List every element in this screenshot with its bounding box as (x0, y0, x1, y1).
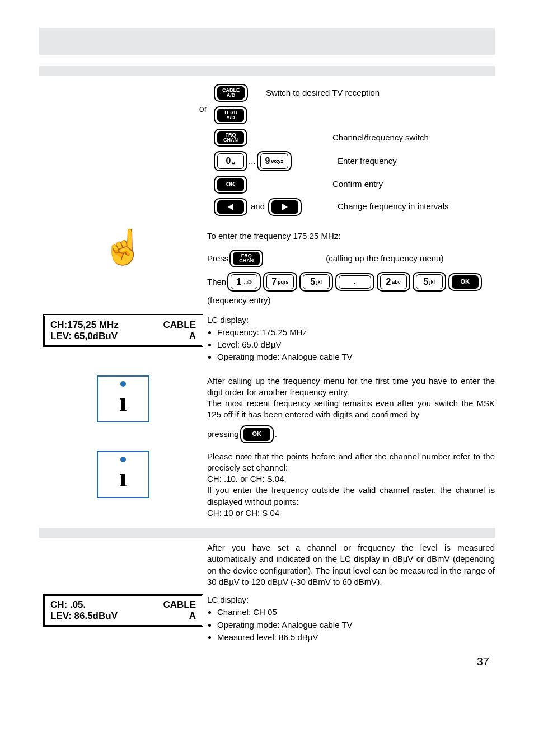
cable-ad-key: CABLE A/D (214, 84, 248, 102)
five-key-b: 5jkl (413, 272, 446, 292)
example-intro: To enter the frequency 175.25 MHz: (207, 231, 495, 242)
change-intervals-text: Change frequency in intervals (338, 201, 448, 212)
period: . (275, 429, 277, 440)
or-text: or (199, 104, 207, 114)
ellipsis-text: ... (249, 156, 256, 167)
lcd-b3: Operating mode: Analogue cable TV (217, 351, 495, 363)
info-icon-2: ı (97, 451, 149, 498)
lcd-title: LC display: (207, 314, 495, 326)
lcd-b1: Frequency: 175.25 MHz (217, 327, 495, 338)
level-b3: Measured level: 86.5 dBµV (217, 632, 495, 643)
enter-freq-text: Enter frequency (338, 156, 397, 167)
freq-entry-text: (frequency entry) (207, 295, 495, 306)
info-icon-1: ı (97, 375, 149, 422)
note2-l2: CH: 10 or CH: S 04 (207, 508, 495, 519)
confirm-text: Confirm entry (332, 179, 383, 190)
nine-key: 9wxyz (257, 151, 292, 171)
lcd-display-1: CH:175,25 MHzCABLE LEV: 65,0dBuVA (43, 314, 203, 347)
five-key-a: 5jkl (299, 272, 333, 292)
note1-p2: The most recent frequency setting remain… (207, 398, 495, 421)
pressing-text: pressing (207, 429, 239, 440)
right-arrow-key (268, 198, 302, 216)
terr-ad-key: TERR A/D (214, 106, 247, 124)
zero-key: 0␣ (214, 151, 247, 171)
note2-p1: Please note that the points before and a… (207, 451, 495, 474)
section-bar-1 (39, 66, 495, 76)
frq-chan-key: FRQ CHAN (214, 129, 247, 147)
dot-key: . (335, 273, 374, 291)
level-b2: Operating mode: Analogue cable TV (217, 619, 495, 631)
then-text: Then (207, 276, 226, 288)
level-title: LC display: (207, 594, 495, 605)
note2-l1: CH: .10. or CH: S.04. (207, 473, 495, 485)
ok-key-3: OK (240, 425, 274, 443)
level-b1: Channel: CH 05 (217, 607, 495, 618)
lcd-b2: Level: 65.0 dBµV (217, 339, 495, 350)
lcd-display-2: CH: .05.CABLE LEV: 86.5dBuVA (43, 594, 203, 627)
seven-key: 7pqrs (263, 272, 297, 292)
calling-text: (calling up the frequency menu) (326, 253, 443, 264)
switch-reception-text: Switch to desired TV reception (266, 87, 380, 98)
left-arrow-key (214, 198, 247, 216)
hand-icon: ☝ (102, 231, 144, 264)
note1-p1: After calling up the frequency menu for … (207, 375, 495, 398)
press-text: Press (207, 253, 228, 264)
note2-p2: If you enter the frequency outside the v… (207, 485, 495, 508)
page-number: 37 (39, 655, 495, 668)
section-bar-2 (39, 528, 495, 538)
level-p1: After you have set a channel or frequenc… (207, 542, 495, 588)
chan-freq-text: Channel/frequency switch (332, 132, 429, 143)
header-bar (39, 28, 495, 55)
ok-key-2: OK (448, 273, 482, 291)
two-key: 2abc (377, 272, 410, 292)
and-text: and (251, 201, 265, 212)
frq-chan-key-2: FRQ CHAN (229, 250, 263, 267)
one-key: 1.,:@ (227, 272, 261, 292)
ok-key: OK (214, 176, 247, 194)
